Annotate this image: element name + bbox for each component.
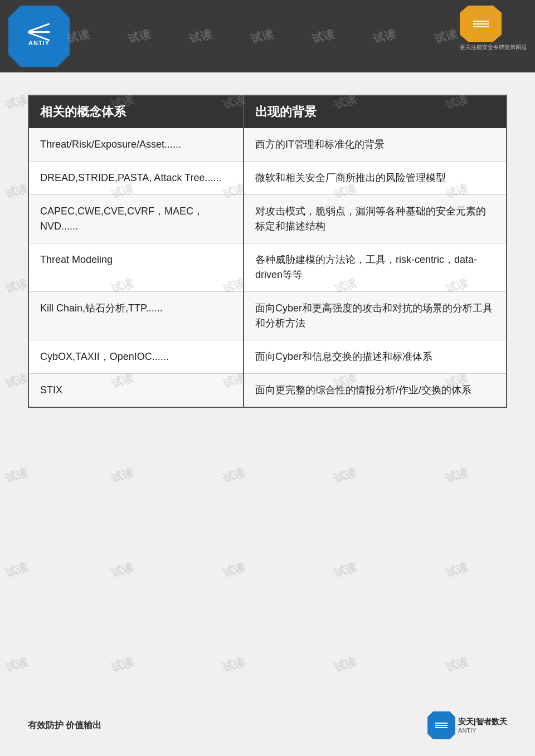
footer-logo-hex — [427, 711, 455, 739]
logo-lines — [28, 27, 50, 37]
bwm-27: 试读 — [110, 559, 136, 581]
table-cell-col1-6: STIX — [28, 374, 244, 408]
table-cell-col1-5: CybOX,TAXII，OpenIOC...... — [28, 340, 244, 374]
bwm-31: 试读 — [4, 654, 30, 676]
footer-left-text: 有效防护 价值输出 — [28, 720, 101, 731]
header-wm-4: 试读 — [249, 26, 275, 46]
bwm-30: 试读 — [444, 559, 470, 581]
footer-logo-lines — [435, 723, 448, 728]
header-wm-6: 试读 — [372, 26, 397, 46]
brand-line-1 — [473, 21, 489, 22]
header-wm-7: 试读 — [433, 26, 459, 46]
table-cell-col1-4: Kill Chain,钻石分析,TTP...... — [28, 292, 244, 340]
bwm-33: 试读 — [221, 654, 247, 676]
footer-right: 安天|智者数天 ANTIY — [427, 711, 507, 739]
content-table: 相关的概念体系 出现的背景 Threat/Risk/Exposure/Asset… — [28, 95, 507, 408]
header-wm-1: 试读 — [67, 26, 91, 46]
brand-sub-text: 更关注能安全令牌堂第四届 — [460, 43, 527, 51]
table-cell-col2-6: 面向更完整的综合性的情报分析/作业/交换的体系 — [244, 374, 507, 408]
header-wm-3: 试读 — [188, 26, 213, 46]
bwm-35: 试读 — [444, 654, 470, 676]
header: ANTIY 试读 试读 试读 试读 试读 试读 试读 更关注能安全令牌堂第四届 — [0, 0, 535, 72]
logo: ANTIY — [8, 6, 70, 67]
footer-line-1 — [435, 723, 448, 724]
footer-line-2 — [435, 725, 448, 726]
table-row: STIX面向更完整的综合性的情报分析/作业/交换的体系 — [28, 374, 507, 408]
bwm-24: 试读 — [333, 465, 359, 486]
table-cell-col2-5: 面向Cyber和信息交换的描述和标准体系 — [244, 340, 507, 374]
footer: 有效防护 价值输出 安天|智者数天 ANTIY — [0, 711, 535, 739]
bwm-32: 试读 — [110, 654, 136, 676]
brand-logo-box — [460, 6, 502, 42]
table-cell-col2-1: 微软和相关安全厂商所推出的风险管理模型 — [244, 162, 507, 195]
col2-header: 出现的背景 — [244, 95, 507, 128]
bwm-34: 试读 — [333, 654, 359, 676]
table-cell-col2-3: 各种威胁建模的方法论，工具，risk-centric，data-driven等等 — [244, 243, 507, 292]
table-body: Threat/Risk/Exposure/Asset......西方的IT管理和… — [28, 128, 507, 407]
main-content: 相关的概念体系 出现的背景 Threat/Risk/Exposure/Asset… — [0, 72, 535, 430]
table-row: CAPEC,CWE,CVE,CVRF，MAEC，NVD......对攻击模式，脆… — [28, 195, 507, 243]
table-cell-col1-2: CAPEC,CWE,CVE,CVRF，MAEC，NVD...... — [28, 195, 244, 243]
bwm-25: 试读 — [444, 465, 470, 486]
table-cell-col2-2: 对攻击模式，脆弱点，漏洞等各种基础的安全元素的标定和描述结构 — [244, 195, 507, 243]
brand-line-3 — [473, 26, 489, 27]
table-row: Threat/Risk/Exposure/Asset......西方的IT管理和… — [28, 128, 507, 162]
brand-lines — [473, 21, 489, 27]
header-brand: 更关注能安全令牌堂第四届 — [460, 6, 527, 51]
col1-header: 相关的概念体系 — [28, 95, 244, 128]
footer-brand-cn: 安天|智者数天 — [458, 717, 507, 727]
header-wm-2: 试读 — [127, 26, 152, 46]
table-cell-col2-4: 面向Cyber和更高强度的攻击和对抗的场景的分析工具和分析方法 — [244, 292, 507, 340]
bwm-21: 试读 — [4, 465, 30, 486]
table-cell-col1-3: Threat Modeling — [28, 243, 244, 292]
table-row: DREAD,STRIDE,PASTA, Attack Tree......微软和… — [28, 162, 507, 195]
bwm-22: 试读 — [110, 465, 136, 486]
bwm-23: 试读 — [221, 465, 247, 486]
footer-brand-block: 安天|智者数天 ANTIY — [458, 717, 507, 734]
table-row: Threat Modeling各种威胁建模的方法论，工具，risk-centri… — [28, 243, 507, 292]
bwm-26: 试读 — [4, 559, 30, 581]
logo-line-1 — [28, 23, 50, 32]
bwm-28: 试读 — [221, 559, 247, 581]
brand-line-2 — [473, 23, 489, 25]
table-row: CybOX,TAXII，OpenIOC......面向Cyber和信息交换的描述… — [28, 340, 507, 374]
bwm-29: 试读 — [333, 559, 359, 581]
table-header-row: 相关的概念体系 出现的背景 — [28, 95, 507, 128]
footer-brand-en: ANTIY — [458, 727, 507, 734]
table-row: Kill Chain,钻石分析,TTP......面向Cyber和更高强度的攻击… — [28, 292, 507, 340]
table-cell-col2-0: 西方的IT管理和标准化的背景 — [244, 128, 507, 162]
footer-line-3 — [435, 727, 448, 728]
table-cell-col1-1: DREAD,STRIDE,PASTA, Attack Tree...... — [28, 162, 244, 195]
header-wm-5: 试读 — [310, 26, 336, 46]
table-cell-col1-0: Threat/Risk/Exposure/Asset...... — [28, 128, 244, 162]
